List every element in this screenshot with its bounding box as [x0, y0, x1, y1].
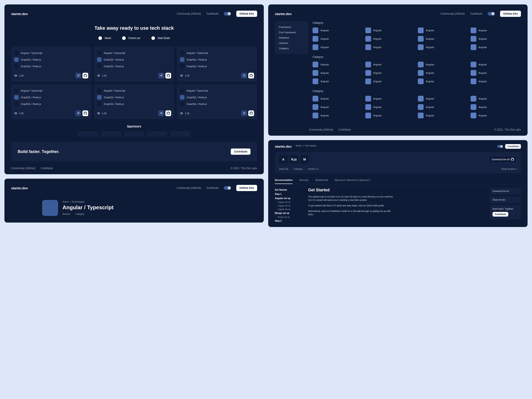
share-button[interactable]	[75, 73, 81, 78]
nav-contribute[interactable]: Contribute	[206, 12, 219, 15]
share-button[interactable]	[158, 110, 164, 116]
kit-card[interactable]: Angular / TypescriptGraphQL / Node.jsGra…	[11, 84, 91, 119]
category-item[interactable]: Angular	[313, 96, 363, 101]
contribute-button[interactable]: Contribute	[493, 212, 508, 216]
category-item[interactable]: Angular	[313, 113, 363, 118]
kit-card[interactable]: Angular / TypescriptGraphQL / Node.jsGra…	[94, 84, 174, 119]
category-item[interactable]: Angular	[313, 36, 363, 42]
theme-toggle[interactable]	[224, 12, 231, 16]
footer-contribute[interactable]: Contribute	[338, 128, 351, 131]
theme-toggle[interactable]	[488, 12, 495, 16]
breadcrumb[interactable]: Home -> Technologies	[63, 201, 114, 203]
share-kit-link[interactable]: Share kit dev>>	[501, 168, 517, 170]
share-button[interactable]	[75, 110, 81, 116]
tab-demos[interactable]: Demo(s)	[299, 177, 309, 184]
github-button[interactable]	[165, 73, 171, 78]
category-item[interactable]: Angular	[313, 70, 363, 76]
github-kits-button[interactable]: GitHub Kits	[236, 11, 257, 17]
category-item[interactable]: Angular	[471, 70, 521, 76]
docs-nav-getstarted[interactable]: Get Started	[275, 188, 304, 192]
category-item[interactable]: Angular	[471, 62, 521, 67]
category-item[interactable]: Angular	[471, 27, 521, 33]
share-kit-button[interactable]: Share kit dev	[490, 196, 521, 203]
theme-toggle[interactable]	[497, 145, 503, 148]
sponsor-logo[interactable]	[147, 131, 167, 137]
logo[interactable]: starter.dev	[11, 12, 28, 16]
category-item[interactable]: Angular	[365, 27, 416, 33]
docs-nav-sub[interactable]: Angular set up	[275, 208, 304, 211]
github-kits-button[interactable]: GitHub Kits	[236, 185, 257, 191]
docs-nav-sub[interactable]: Mongo set up	[275, 215, 304, 219]
sidebar-item[interactable]: Category	[279, 46, 304, 51]
logo[interactable]: starter.dev	[275, 12, 292, 16]
sidebar-item[interactable]: Framework	[279, 24, 304, 30]
docs-nav-sub[interactable]: Angular set up	[275, 204, 304, 208]
category-item[interactable]: Angular	[365, 62, 416, 67]
category-item[interactable]: Angular	[365, 44, 416, 50]
github-button[interactable]	[248, 73, 254, 78]
category-item[interactable]: Angular	[418, 62, 468, 67]
nav-community[interactable]: Community (GitHub)	[177, 12, 201, 15]
category-item[interactable]: Angular	[365, 104, 416, 110]
sponsor-logo[interactable]	[124, 131, 144, 137]
download-kit-button[interactable]: Download the kit	[489, 156, 517, 163]
breadcrumb[interactable]: Home -> Tech stacks	[296, 145, 316, 147]
category-item[interactable]: Angular	[418, 96, 468, 101]
tab-documentation[interactable]: Documentation	[275, 177, 293, 184]
kit-card[interactable]: Angular / TypescriptGraphQL / Node.jsGra…	[177, 47, 257, 82]
docs-nav-angular[interactable]: Angular set up	[275, 196, 304, 200]
sidebar-item[interactable]: Libraries	[279, 40, 304, 46]
docs-nav-mongo[interactable]: Mongo set up	[275, 211, 304, 215]
kit-card[interactable]: Angular / TypescriptGraphQL / Node.jsGra…	[177, 84, 257, 119]
download-kit-button[interactable]: Download the kit	[490, 188, 521, 195]
tab-related[interactable]: Related kits	[315, 177, 328, 184]
category-item[interactable]: Angular	[313, 44, 363, 50]
github-button[interactable]	[248, 110, 254, 116]
footer-community[interactable]: Community (GitHub)	[11, 167, 35, 170]
category-item[interactable]: Angular	[418, 104, 468, 110]
contribute-button[interactable]: Contribute	[505, 144, 521, 149]
category-item[interactable]: Angular	[365, 78, 416, 84]
github-button[interactable]	[82, 73, 88, 78]
share-button[interactable]	[241, 110, 247, 116]
logo[interactable]: starter.dev	[275, 145, 292, 148]
category-item[interactable]: Angular	[471, 104, 521, 110]
category-item[interactable]: Angular	[418, 36, 468, 42]
category-item[interactable]: Angular	[418, 78, 468, 84]
category-item[interactable]: Angular	[365, 36, 416, 42]
docs-nav-step2[interactable]: Step 2	[275, 219, 304, 223]
docs-nav-step1[interactable]: Step 1	[275, 192, 304, 196]
github-button[interactable]	[82, 110, 88, 116]
category-item[interactable]: Angular	[365, 113, 416, 118]
category-item[interactable]: Angular	[313, 104, 363, 110]
footer-community[interactable]: Community (GitHub)	[309, 128, 333, 131]
tab-sponsors[interactable]: Sponsors? (Become a sponsor?)	[335, 177, 370, 184]
category-item[interactable]: Angular	[471, 96, 521, 101]
sponsor-logo[interactable]	[78, 131, 98, 137]
category-item[interactable]: Angular	[365, 96, 416, 101]
contribute-button[interactable]: Contribute	[231, 149, 250, 155]
nav-contribute[interactable]: Contribute	[470, 12, 482, 15]
nav-community[interactable]: Community (GitHub)	[177, 186, 201, 190]
category-item[interactable]: Angular	[471, 113, 521, 118]
category-item[interactable]: Angular	[418, 44, 468, 50]
category-item[interactable]: Angular	[471, 44, 521, 50]
footer-contribute[interactable]: Contribute	[41, 167, 53, 170]
sidebar-item[interactable]: Database	[279, 35, 304, 40]
category-item[interactable]: Angular	[418, 70, 468, 76]
category-item[interactable]: Angular	[471, 36, 521, 42]
github-kits-button[interactable]: GitHub Kits	[500, 11, 521, 17]
share-button[interactable]	[241, 73, 247, 78]
category-item[interactable]: Angular	[365, 70, 416, 76]
github-button[interactable]	[165, 110, 171, 116]
category-item[interactable]: Angular	[313, 62, 363, 67]
category-item[interactable]: Angular	[418, 27, 468, 33]
category-item[interactable]: Angular	[313, 27, 363, 33]
docs-nav-sub[interactable]: Angular set up	[275, 200, 304, 204]
logo[interactable]: starter.dev	[11, 186, 28, 190]
share-button[interactable]	[158, 73, 164, 78]
sidebar-item[interactable]: Css Framework	[279, 30, 304, 35]
nav-community[interactable]: Community (GitHub)	[440, 12, 465, 15]
theme-toggle[interactable]	[224, 186, 231, 190]
kit-card[interactable]: Angular / TypescriptGraphQL / Node.jsGra…	[94, 47, 174, 82]
